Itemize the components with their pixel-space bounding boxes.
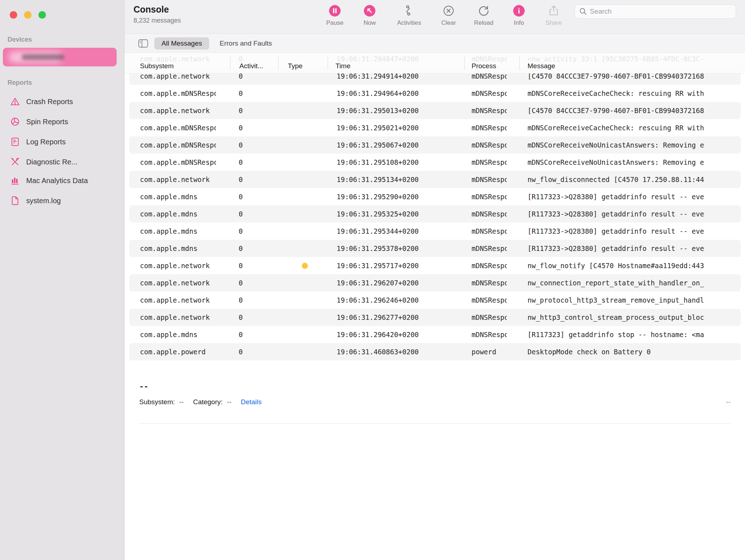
sidebar-item-spin-reports[interactable]: Spin Reports (3, 113, 122, 130)
log-row[interactable]: com.apple.mDNSResponder019:06:31.294964+… (125, 85, 745, 102)
log-table-body: com.apple.network019:06:31.294847+0200mD… (125, 50, 745, 360)
cell-process: mDNSResponder (472, 154, 507, 171)
cell-message: nw_flow_disconnected [C4570 17.250.88.11… (528, 171, 745, 188)
sidebar-toggle-button[interactable] (138, 39, 148, 48)
cell-message: nw_flow_notify [C4570 Hostname#aa119edd:… (528, 257, 745, 274)
tab-all-messages[interactable]: All Messages (154, 37, 209, 50)
pause-icon (318, 4, 352, 18)
cell-process: powerd (472, 343, 507, 360)
column-header-type[interactable]: Type (288, 62, 303, 70)
cell-process: mDNSResponder (472, 171, 507, 188)
now-button[interactable]: Now (352, 4, 387, 27)
cell-message: [R117323->Q28380] getaddrinfo result -- … (528, 188, 745, 205)
warning-triangle-icon (10, 97, 20, 107)
cell-time: 19:06:31.295013+0200 (337, 102, 419, 119)
cell-process: mDNSResponder (472, 257, 507, 274)
cell-subsystem: com.apple.network (140, 171, 216, 188)
log-row[interactable]: com.apple.mDNSResponder019:06:31.295108+… (125, 154, 745, 171)
detail-subsystem-value: -- (179, 398, 184, 406)
cell-activity: 0 (239, 223, 243, 240)
cell-message: [R117323] getaddrinfo stop -- hostname: … (528, 326, 745, 343)
search-field[interactable]: Search (575, 4, 736, 19)
traffic-lights (10, 11, 46, 19)
cell-subsystem: com.apple.network (140, 274, 216, 291)
sidebar-item-device-redacted[interactable] (3, 48, 117, 66)
cell-process: mDNSResponder (472, 240, 507, 257)
detail-pane: -- Subsystem: -- Category: -- Details -- (125, 367, 745, 560)
tab-errors-and-faults[interactable]: Errors and Faults (220, 37, 272, 50)
cell-process: mDNSResponder (472, 223, 507, 240)
cell-activity: 0 (239, 102, 243, 119)
cell-time: 19:06:31.295378+0200 (337, 240, 419, 257)
log-row[interactable]: com.apple.mDNSResponder019:06:31.295021+… (125, 119, 745, 136)
cell-subsystem: com.apple.powerd (140, 343, 216, 360)
log-table-header: Subsystem Activit... Type Time Process M… (125, 53, 745, 74)
cell-subsystem: com.apple.mDNSResponder (140, 136, 216, 154)
column-divider[interactable] (328, 57, 328, 70)
sidebar-item-label: Log Reports (26, 138, 66, 146)
cell-time: 19:06:31.294964+0200 (337, 85, 419, 102)
close-button[interactable] (10, 11, 17, 19)
log-row[interactable]: com.apple.network019:06:31.295013+0200mD… (125, 102, 745, 119)
search-placeholder: Search (590, 8, 612, 15)
log-row[interactable]: com.apple.powerd019:06:31.460863+0200pow… (125, 343, 745, 360)
column-header-activity[interactable]: Activit... (239, 62, 263, 70)
column-divider[interactable] (519, 57, 520, 70)
activities-path-icon (392, 4, 426, 18)
log-row[interactable]: com.apple.mdns019:06:31.295325+0200mDNSR… (125, 205, 745, 223)
message-count: 8,232 messages (133, 17, 181, 24)
cell-time: 19:06:31.295290+0200 (337, 188, 419, 205)
reload-button[interactable]: Reload (467, 4, 501, 27)
cell-process: mDNSResponder (472, 309, 507, 326)
sidebar-item-crash-reports[interactable]: Crash Reports (3, 93, 122, 110)
log-row[interactable]: com.apple.mdns019:06:31.295290+0200mDNSR… (125, 188, 745, 205)
log-row[interactable]: com.apple.network019:06:31.296207+0200mD… (125, 274, 745, 291)
column-divider[interactable] (230, 57, 230, 70)
cell-activity: 0 (239, 154, 243, 171)
svg-text:i: i (518, 7, 520, 15)
details-link[interactable]: Details (241, 398, 262, 406)
column-header-message[interactable]: Message (528, 62, 555, 70)
search-icon (579, 8, 587, 15)
cell-message: [R117323->Q28380] getaddrinfo result -- … (528, 205, 745, 223)
cell-time: 19:06:31.295325+0200 (337, 205, 419, 223)
activities-button[interactable]: Activities (392, 4, 426, 27)
zoom-button[interactable] (38, 11, 46, 19)
log-row[interactable]: com.apple.network019:06:31.296277+0200mD… (125, 309, 745, 326)
cell-time: 19:06:31.296207+0200 (337, 274, 419, 291)
sidebar-item-system-log[interactable]: system.log (3, 192, 122, 209)
pinwheel-icon (10, 117, 20, 127)
column-divider[interactable] (464, 57, 465, 70)
cell-process: mDNSResponder (472, 274, 507, 291)
log-row[interactable]: com.apple.mDNSResponder019:06:31.295067+… (125, 136, 745, 154)
column-header-subsystem[interactable]: Subsystem (140, 62, 174, 70)
clear-circle-x-icon (431, 4, 466, 18)
cell-subsystem: com.apple.mdns (140, 223, 216, 240)
cell-time: 19:06:31.295021+0200 (337, 119, 419, 136)
pause-button[interactable]: Pause (318, 4, 352, 27)
column-header-process[interactable]: Process (472, 62, 496, 70)
log-row[interactable]: com.apple.network019:06:31.296246+0200mD… (125, 291, 745, 309)
share-button[interactable]: Share (537, 4, 571, 27)
sidebar: Devices Reports Crash Reports Spin Repor… (0, 0, 125, 560)
cell-message: DesktopMode check on Battery 0 (528, 343, 745, 360)
log-row[interactable]: com.apple.mdns019:06:31.296420+0200mDNSR… (125, 326, 745, 343)
column-divider[interactable] (278, 57, 278, 70)
info-button[interactable]: i Info (502, 4, 536, 27)
cell-subsystem: com.apple.mDNSResponder (140, 154, 216, 171)
log-row[interactable]: com.apple.network019:06:31.295134+0200mD… (125, 171, 745, 188)
log-row[interactable]: com.apple.mdns019:06:31.295344+0200mDNSR… (125, 223, 745, 240)
sidebar-item-diagnostic-reports[interactable]: Diagnostic Re... (3, 153, 122, 171)
sidebar-item-mac-analytics-data[interactable]: Mac Analytics Data (3, 172, 122, 189)
minimize-button[interactable] (24, 11, 32, 19)
log-row[interactable]: com.apple.mdns019:06:31.295378+0200mDNSR… (125, 240, 745, 257)
log-row[interactable]: com.apple.network019:06:31.295717+0200mD… (125, 257, 745, 274)
cell-time: 19:06:31.295344+0200 (337, 223, 419, 240)
cell-subsystem: com.apple.network (140, 102, 216, 119)
cell-activity: 0 (239, 274, 243, 291)
cell-activity: 0 (239, 257, 243, 274)
column-header-time[interactable]: Time (336, 62, 351, 70)
clear-button[interactable]: Clear (431, 4, 466, 27)
cell-process: mDNSResponder (472, 188, 507, 205)
sidebar-item-log-reports[interactable]: Log Reports (3, 133, 122, 150)
